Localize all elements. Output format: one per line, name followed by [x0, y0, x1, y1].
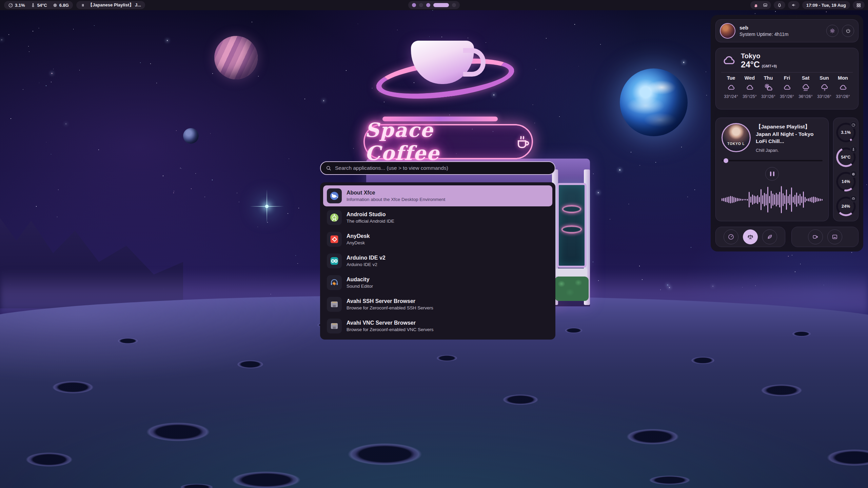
- launcher-search-bar[interactable]: [320, 161, 555, 175]
- quick-actions: [791, 227, 859, 247]
- result-title: About Xfce: [347, 190, 445, 196]
- cat-tray-icon[interactable]: [753, 2, 759, 8]
- storm-weather-icon: [820, 83, 829, 92]
- screen-record-button[interactable]: [808, 229, 823, 244]
- weather-card: Tokyo 24°C (GMT+9) Tue 33°/24°Wed 35°/25…: [715, 48, 859, 109]
- notifications-button[interactable]: [774, 1, 785, 9]
- launcher-result-item[interactable]: Audacity Sound Editor: [323, 272, 552, 293]
- album-art[interactable]: TOKYO L: [722, 123, 751, 152]
- result-subtitle: Sound Editor: [347, 284, 373, 289]
- cloud-weather-icon: [727, 83, 736, 92]
- speedometer-icon: [850, 121, 857, 128]
- result-subtitle: Arduino IDE v2: [347, 262, 386, 267]
- power-button[interactable]: [842, 25, 854, 37]
- divider: [721, 72, 853, 73]
- thermometer-gauge: 54°C: [836, 147, 856, 167]
- workspace-indicator[interactable]: [408, 1, 460, 9]
- disk-gauge: 24%: [836, 197, 856, 216]
- result-subtitle: The official Android IDE: [347, 219, 394, 224]
- system-tray[interactable]: [750, 1, 771, 9]
- bell-icon: [777, 2, 782, 8]
- neon-sign-text: Space Coffee: [365, 119, 509, 165]
- result-title: AnyDesk: [347, 233, 370, 239]
- pause-button[interactable]: [765, 167, 779, 181]
- xfce-app-icon: [327, 188, 342, 203]
- balanced-button[interactable]: [743, 229, 758, 244]
- workspace-dot-3[interactable]: [426, 3, 430, 7]
- track-progress-bar[interactable]: [722, 158, 823, 163]
- speedometer-gauge: 3.1%: [836, 123, 856, 142]
- forecast-day-tue: Tue 33°/24°: [722, 75, 740, 99]
- track-title: 【Japanese Playlist】 Japan All Night - To…: [756, 123, 823, 145]
- video-icon: [812, 233, 819, 240]
- result-title: Avahi SSH Server Browser: [347, 298, 433, 304]
- workspace-dot-5[interactable]: [452, 3, 456, 7]
- result-subtitle: Browse for Zeroconf-enabled VNC Servers: [347, 327, 434, 332]
- screenshot-button[interactable]: [827, 229, 842, 244]
- cloud-icon: [721, 53, 737, 68]
- result-title: Arduino IDE v2: [347, 255, 386, 261]
- weather-forecast: Tue 33°/24°Wed 35°/25°Thu 33°/26°Fri 35°…: [721, 75, 853, 99]
- partly-weather-icon: [764, 83, 773, 92]
- screenshot-icon: [831, 233, 838, 240]
- temp-stat: 54°C: [31, 3, 47, 8]
- cloud-weather-icon: [839, 83, 848, 92]
- launcher-result-item[interactable]: About Xfce Information about the Xfce De…: [323, 185, 552, 206]
- system-stats-widget[interactable]: 3.1% 54°C 6.8G: [4, 1, 73, 9]
- pause-icon: [80, 3, 85, 8]
- rain-weather-icon: [801, 83, 810, 92]
- result-title: Android Studio: [347, 211, 394, 218]
- arduino-app-icon: [327, 253, 342, 268]
- workspace-dot-1[interactable]: [412, 3, 416, 7]
- scales-icon: [747, 233, 754, 240]
- control-sidebar: seb System Uptime: 4h11m Tokyo 24°C (GMT…: [711, 15, 863, 251]
- forecast-day-mon: Mon 33°/26°: [834, 75, 852, 99]
- thermometer-icon: [850, 146, 857, 153]
- workspace-dot-4[interactable]: [433, 3, 449, 7]
- result-subtitle: AnyDesk: [347, 240, 370, 245]
- topbar-music-title: 【Japanese Playlist】 J...: [88, 2, 141, 8]
- volume-button[interactable]: [788, 1, 800, 9]
- username: seb: [739, 25, 788, 30]
- cloud-weather-icon: [745, 83, 754, 92]
- album-art-text: TOKYO L: [723, 142, 750, 146]
- search-input[interactable]: [335, 165, 550, 171]
- temp-value: 54°C: [37, 3, 47, 8]
- speedometer-icon: [8, 3, 13, 8]
- chip-icon: [53, 3, 58, 8]
- launcher-result-item[interactable]: AnyDesk AnyDesk: [323, 229, 552, 250]
- system-uptime: System Uptime: 4h11m: [739, 32, 788, 37]
- app-grid-button[interactable]: [853, 1, 865, 9]
- cpu-stat: 3.1%: [8, 3, 25, 8]
- network-app-icon: [327, 319, 342, 333]
- forecast-day-thu: Thu 33°/26°: [759, 75, 777, 99]
- launcher-result-item[interactable]: Android Studio The official Android IDE: [323, 207, 552, 228]
- image-tray-icon[interactable]: [763, 2, 768, 8]
- settings-button[interactable]: [826, 25, 839, 37]
- result-title: Avahi VNC Server Browser: [347, 320, 434, 326]
- speedometer-icon: [728, 233, 734, 240]
- leaf-icon: [766, 233, 773, 240]
- user-card: seb System Uptime: 4h11m: [715, 19, 859, 42]
- audio-visualizer: [722, 183, 823, 216]
- forecast-day-sat: Sat 36°/26°: [796, 75, 815, 99]
- result-title: Audacity: [347, 277, 373, 283]
- workspace-dot-2[interactable]: [419, 3, 423, 7]
- launcher-result-item[interactable]: Arduino IDE v2 Arduino IDE v2: [323, 250, 552, 271]
- system-gauges-card: 3.1% 54°C 14% 24%: [833, 118, 859, 221]
- memory-value: 6.8G: [59, 3, 69, 8]
- clock-widget[interactable]: 17:09 - Tue, 19 Aug: [802, 1, 850, 9]
- cpu-value: 3.1%: [15, 3, 25, 8]
- power-profile-selector: [715, 227, 785, 247]
- performance-button[interactable]: [724, 229, 738, 244]
- launcher-results: About Xfce Information about the Xfce De…: [320, 182, 555, 340]
- launcher-result-item[interactable]: Avahi VNC Server Browser Browse for Zero…: [323, 316, 552, 337]
- progress-knob[interactable]: [724, 158, 728, 163]
- track-artist: Chill Japan.: [756, 148, 823, 153]
- weather-timezone: (GMT+9): [762, 64, 777, 68]
- launcher-result-item[interactable]: Avahi SSH Server Browser Browse for Zero…: [323, 294, 552, 315]
- powersave-button[interactable]: [762, 229, 777, 244]
- weather-temperature: 24°C: [741, 60, 760, 69]
- avatar[interactable]: [720, 23, 735, 39]
- topbar-music-widget[interactable]: 【Japanese Playlist】 J...: [76, 1, 145, 9]
